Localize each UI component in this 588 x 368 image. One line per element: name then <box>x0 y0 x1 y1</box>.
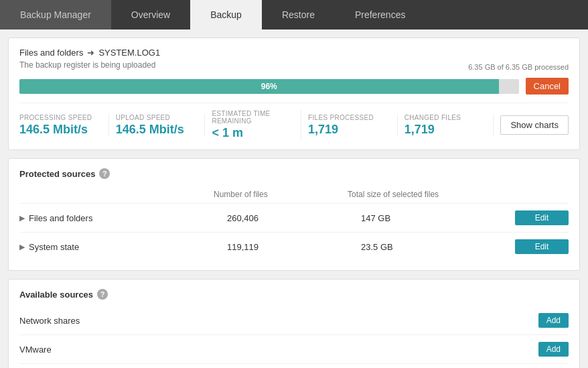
table-row: ▶ System state 119,119 23.5 GB Edit <box>19 233 569 261</box>
source-name-files-folders: ▶ Files and folders <box>19 213 214 223</box>
upload-speed-label: UPLOAD SPEED <box>116 114 198 121</box>
available-sources-help-icon[interactable]: ? <box>97 289 108 300</box>
col-total-size: Total size of selected files <box>348 190 515 199</box>
processing-speed-label: PROCESSING SPEED <box>19 114 102 121</box>
breadcrumb-start: Files and folders <box>19 48 83 58</box>
avail-row-oracle: Oracle Add <box>19 364 569 368</box>
upload-speed-value: 146.5 Mbit/s <box>116 123 198 137</box>
file-size-files-folders: 147 GB <box>348 213 515 223</box>
files-processed-label: FILES PROCESSED <box>308 114 390 121</box>
edit-button-files-folders[interactable]: Edit <box>515 210 569 225</box>
stat-estimated-time: ESTIMATED TIME REMAINING < 1 m <box>205 110 301 140</box>
available-sources-header: Available sources ? <box>19 289 569 300</box>
tab-bar: Backup Manager Overview Backup Restore P… <box>0 0 588 29</box>
edit-button-system-state[interactable]: Edit <box>515 239 569 254</box>
file-count-files-folders: 260,406 <box>214 213 348 223</box>
expand-icon: ▶ <box>19 214 25 223</box>
size-info: 6.35 GB of 6.35 GB processed <box>468 63 569 71</box>
table-row: ▶ Files and folders 260,406 147 GB Edit <box>19 204 569 233</box>
expand-icon: ▶ <box>19 243 25 251</box>
source-label-system-state: System state <box>29 242 79 252</box>
processing-speed-value: 146.5 Mbit/s <box>19 123 102 137</box>
source-name-system-state: ▶ System state <box>19 242 214 252</box>
available-sources-title: Available sources <box>19 290 93 300</box>
protected-sources-help-icon[interactable]: ? <box>99 168 110 179</box>
files-processed-value: 1,719 <box>308 123 390 137</box>
stat-upload-speed: UPLOAD SPEED 146.5 Mbit/s <box>109 114 206 137</box>
progress-label: 96% <box>261 82 277 91</box>
file-size-system-state: 23.5 GB <box>348 242 515 252</box>
changed-files-label: CHANGED FILES <box>405 114 487 121</box>
add-button-network-shares[interactable]: Add <box>538 313 569 328</box>
show-charts-button[interactable]: Show charts <box>500 115 569 135</box>
stats-row: PROCESSING SPEED 146.5 Mbit/s UPLOAD SPE… <box>19 103 569 140</box>
avail-row-vmware: VMware Add <box>19 335 569 364</box>
estimated-time-label: ESTIMATED TIME REMAINING <box>212 110 294 125</box>
avail-row-network-shares: Network shares Add <box>19 306 569 335</box>
col-num-files: Number of files <box>214 190 348 199</box>
file-count-system-state: 119,119 <box>214 242 348 252</box>
progress-row: 96% Cancel <box>19 78 569 95</box>
changed-files-value: 1,719 <box>405 123 487 137</box>
stat-processing-speed: PROCESSING SPEED 146.5 Mbit/s <box>19 114 109 137</box>
tab-backup[interactable]: Backup <box>190 0 262 29</box>
tab-restore[interactable]: Restore <box>262 0 335 29</box>
cancel-button[interactable]: Cancel <box>526 78 569 95</box>
breadcrumb: Files and folders ➜ SYSTEM.LOG1 <box>19 48 569 58</box>
progress-wrapper: 96% <box>19 79 519 94</box>
breadcrumb-end: SYSTEM.LOG1 <box>98 48 160 58</box>
tab-backup-manager[interactable]: Backup Manager <box>0 0 111 29</box>
tab-preferences[interactable]: Preferences <box>335 0 425 29</box>
source-label-files-folders: Files and folders <box>29 213 92 223</box>
estimated-time-value: < 1 m <box>212 126 294 140</box>
main-content: Files and folders ➜ SYSTEM.LOG1 The back… <box>0 29 588 368</box>
stat-files-processed: FILES PROCESSED 1,719 <box>301 114 398 137</box>
progress-bar-fill <box>19 79 499 94</box>
protected-sources-title: Protected sources <box>19 169 95 179</box>
breadcrumb-arrow: ➜ <box>87 48 94 58</box>
stat-changed-files: CHANGED FILES 1,719 <box>398 114 494 137</box>
status-text: The backup register is being uploaded <box>19 60 155 70</box>
progress-bar-container: 96% <box>19 79 519 94</box>
avail-name-network-shares: Network shares <box>19 316 80 326</box>
protected-sources-header: Protected sources ? <box>19 168 569 179</box>
col-source-name <box>19 190 214 199</box>
avail-name-vmware: VMware <box>19 345 52 355</box>
tab-overview[interactable]: Overview <box>111 0 190 29</box>
table-header: Number of files Total size of selected f… <box>19 186 569 204</box>
protected-sources-card: Protected sources ? Number of files Tota… <box>8 158 580 271</box>
add-button-vmware[interactable]: Add <box>538 342 569 357</box>
available-sources-card: Available sources ? Network shares Add V… <box>8 279 580 368</box>
backup-status-card: Files and folders ➜ SYSTEM.LOG1 The back… <box>8 38 580 150</box>
